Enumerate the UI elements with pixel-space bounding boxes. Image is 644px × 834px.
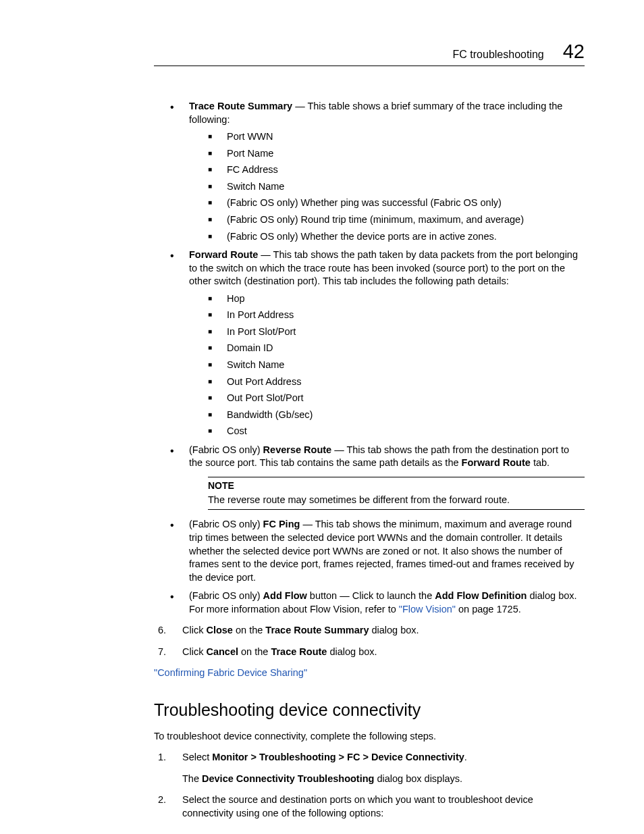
t: . — [464, 752, 467, 762]
section-heading: Troubleshooting device connectivity — [154, 699, 585, 722]
label2: Forward Route — [462, 457, 531, 468]
sq-item: Hop — [208, 292, 585, 306]
sq-item: Cost — [208, 425, 585, 438]
sq-item: Port Name — [208, 147, 585, 161]
prefix: (Fabric OS only) — [189, 444, 263, 455]
t: Click — [182, 646, 206, 657]
header-title: FC troubleshooting — [453, 49, 544, 61]
sq-item: In Port Slot/Port — [208, 325, 585, 339]
sq-item: Out Port Slot/Port — [208, 392, 585, 405]
prefix: (Fabric OS only) — [189, 590, 263, 601]
sq-item: (Fabric OS only) Round trip time (minimu… — [208, 213, 585, 227]
sq-item: Out Port Address — [208, 375, 585, 389]
b: Trace Route — [271, 646, 327, 657]
b: Close — [206, 625, 233, 635]
note-block: NOTE The reverse route may sometimes be … — [208, 477, 585, 510]
confirming-fabric-link[interactable]: "Confirming Fabric Device Sharing" — [154, 667, 307, 678]
sq-item: Domain ID — [208, 342, 585, 355]
note-text: The reverse route may sometimes be diffe… — [208, 494, 585, 507]
label: Forward Route — [189, 249, 258, 260]
sq-item: (Fabric OS only) Whether the device port… — [208, 230, 585, 244]
step-7: Click Cancel on the Trace Route dialog b… — [169, 646, 585, 659]
step-6: Click Close on the Trace Route Summary d… — [169, 624, 585, 637]
label: FC Ping — [263, 519, 300, 529]
b: Cancel — [206, 646, 238, 657]
note-label: NOTE — [208, 479, 585, 492]
label: Reverse Route — [263, 444, 332, 455]
sq-item: In Port Address — [208, 309, 585, 322]
label: Trace Route Summary — [189, 101, 292, 111]
bullet-add-flow: (Fabric OS only) Add Flow button — Click… — [170, 590, 585, 616]
sq-item: Port WWN — [208, 130, 585, 144]
page-header: FC troubleshooting 42 — [154, 41, 585, 66]
step-2: Select the source and destination ports … — [169, 793, 585, 820]
sq-item: (Fabric OS only) Whether ping was succes… — [208, 197, 585, 210]
t1: button — Click to launch the — [307, 590, 435, 601]
page-content: Trace Route Summary — This table shows a… — [154, 100, 585, 820]
t: dialog box. — [327, 646, 377, 657]
bullet-forward-route: Forward Route — This tab shows the path … — [170, 249, 585, 438]
t: Select — [182, 752, 212, 762]
step-1: Select Monitor > Troubleshooting > FC > … — [169, 751, 585, 785]
label2: Add Flow Definition — [435, 590, 527, 601]
t: on the — [238, 646, 271, 657]
text2: tab. — [531, 457, 549, 468]
label: Add Flow — [263, 590, 307, 601]
t: The — [182, 773, 202, 784]
sq-item: Switch Name — [208, 180, 585, 194]
b: Trace Route Summary — [265, 625, 369, 635]
t: Click — [182, 625, 206, 635]
b: Device Connectivity Troubleshooting — [202, 773, 374, 784]
sq-item: Bandwidth (Gb/sec) — [208, 409, 585, 422]
bullet-trace-route-summary: Trace Route Summary — This table shows a… — [170, 100, 585, 243]
t: dialog box. — [369, 625, 419, 635]
t: on the — [233, 625, 265, 635]
prefix: (Fabric OS only) — [189, 519, 263, 529]
sq-item: FC Address — [208, 163, 585, 177]
chapter-number: 42 — [563, 41, 585, 63]
flow-vision-link[interactable]: "Flow Vision" — [399, 604, 456, 615]
bullet-fc-ping: (Fabric OS only) FC Ping — This tab show… — [170, 518, 585, 584]
t: dialog box displays. — [374, 773, 462, 784]
b: Monitor > Troubleshooting > FC > Device … — [212, 752, 464, 762]
sq-item: Switch Name — [208, 359, 585, 372]
bullet-reverse-route: (Fabric OS only) Reverse Route — This ta… — [170, 444, 585, 511]
section-intro: To troubleshoot device connectivity, com… — [154, 730, 585, 744]
t3: on page 1725. — [456, 604, 521, 615]
